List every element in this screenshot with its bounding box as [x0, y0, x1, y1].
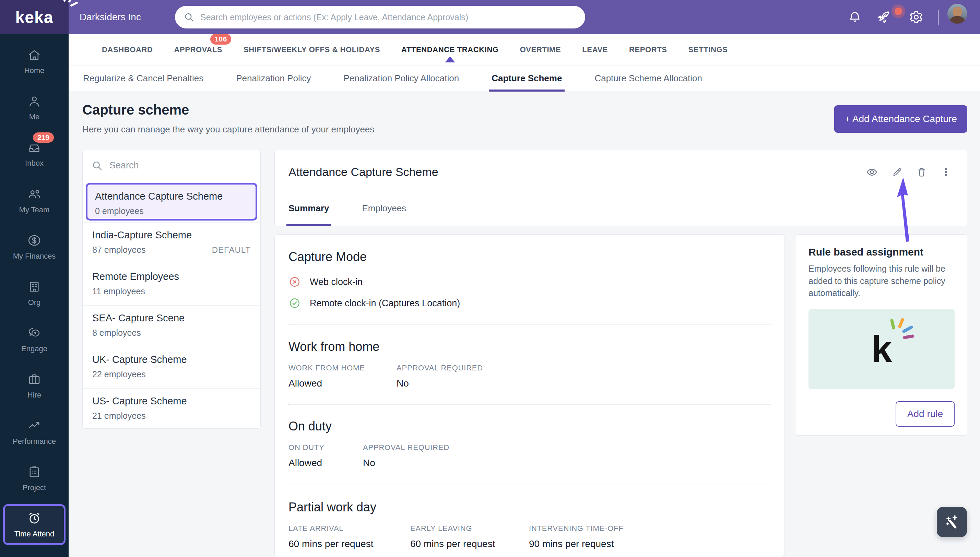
capture-scheme-list-panel: Attendance Capture Scheme 0 employees In… — [82, 150, 261, 429]
finance-dollar-icon — [27, 233, 42, 248]
settings-gear-icon[interactable] — [909, 0, 923, 34]
view-eye-icon[interactable] — [866, 166, 878, 178]
rail-item-my-team[interactable]: My Team — [0, 178, 68, 224]
attendance-sub-nav: Regularize & Cancel Penalties Penalizati… — [68, 65, 980, 91]
rail-item-time-attend[interactable]: Time Attend — [0, 502, 68, 548]
scheme-list-item-selected[interactable]: Attendance Capture Scheme 0 employees — [83, 181, 260, 223]
tab-employees[interactable]: Employees — [362, 203, 407, 226]
rail-label: Me — [29, 112, 40, 121]
delete-trash-icon[interactable] — [916, 167, 927, 178]
subtab-capture-scheme[interactable]: Capture Scheme — [492, 65, 562, 91]
add-rule-button[interactable]: Add rule — [895, 401, 955, 427]
scheme-employee-count: 87 employees — [92, 245, 146, 255]
scheme-list-item[interactable]: US- Capture Scheme 21 employees — [83, 389, 260, 430]
keka-logo-text: keka — [15, 8, 54, 27]
intervening-time-off-field: INTERVENING TIME-OFF 90 mins per request — [529, 524, 623, 549]
rail-label: Home — [24, 66, 45, 75]
rail-item-engage[interactable]: Engage — [0, 316, 68, 363]
on-duty-allowed-field: ON DUTY Allowed — [288, 443, 363, 469]
scheme-list-item[interactable]: UK- Capture Scheme 22 employees — [83, 347, 260, 389]
scheme-search-input[interactable] — [109, 160, 251, 171]
work-from-home-heading: Work from home — [288, 340, 771, 354]
rail-item-me[interactable]: Me — [0, 85, 68, 131]
tab-approvals[interactable]: APPROVALS 106 — [174, 45, 222, 54]
keka-logo[interactable]: keka — [0, 0, 68, 34]
scheme-list-item[interactable]: Remote Employees 11 employees — [83, 264, 260, 306]
keka-k-rays-icon — [889, 316, 918, 346]
scheme-list-item[interactable]: SEA- Capture Scene 8 employees — [83, 306, 260, 347]
scheme-name: US- Capture Scheme — [92, 396, 251, 407]
rail-item-performance[interactable]: Performance — [0, 409, 68, 455]
scheme-name: Remote Employees — [92, 271, 251, 282]
tab-overtime[interactable]: OVERTIME — [520, 45, 561, 54]
search-icon — [91, 160, 103, 171]
selected-item-highlight: Attendance Capture Scheme 0 employees — [86, 183, 257, 220]
rail-label: Org — [28, 298, 41, 307]
rail-label: Performance — [13, 437, 56, 446]
global-search-input[interactable] — [200, 12, 576, 22]
tab-shifts-weekly-offs-holidays[interactable]: SHIFTS/WEEKLY OFFS & HOLIDAYS — [244, 45, 380, 54]
rail-item-home[interactable]: Home — [0, 38, 68, 85]
scheme-search[interactable] — [83, 150, 260, 181]
notifications-bell-icon[interactable] — [848, 0, 862, 34]
edit-pencil-icon[interactable] — [892, 167, 902, 178]
subtab-regularize-cancel-penalties[interactable]: Regularize & Cancel Penalties — [83, 65, 203, 91]
scheme-name: UK- Capture Scheme — [92, 354, 251, 365]
subtab-penalization-policy-allocation[interactable]: Penalization Policy Allocation — [343, 65, 459, 91]
scheme-detail-header-card: Attendance Capture Scheme Summary Employ… — [274, 150, 967, 226]
search-icon — [184, 12, 194, 22]
subtab-penalization-policy[interactable]: Penalization Policy — [236, 65, 311, 91]
module-tab-bar: DASHBOARD APPROVALS 106 SHIFTS/WEEKLY OF… — [68, 34, 980, 65]
rail-item-inbox[interactable]: 219 Inbox — [0, 131, 68, 178]
capture-mode-heading: Capture Mode — [288, 250, 771, 264]
performance-trend-icon — [27, 419, 42, 433]
app-header: keka Darksiders Inc — [0, 0, 980, 34]
rail-item-project[interactable]: Project — [0, 455, 68, 502]
rail-label: Engage — [21, 344, 47, 353]
more-kebab-icon[interactable] — [941, 167, 951, 178]
rail-item-hire[interactable]: Hire — [0, 363, 68, 409]
tab-settings[interactable]: SETTINGS — [689, 45, 728, 54]
keka-k-logo: k — [871, 330, 892, 368]
tab-dashboard[interactable]: DASHBOARD — [102, 45, 153, 54]
rail-label: Time Attend — [15, 529, 55, 539]
subtab-capture-scheme-allocation[interactable]: Capture Scheme Allocation — [594, 65, 702, 91]
rule-illustration: k — [809, 309, 955, 389]
scheme-summary-card: Capture Mode Web clock-in Remote clock-i… — [274, 234, 785, 557]
home-icon — [28, 48, 41, 62]
section-divider — [288, 404, 771, 405]
rail-label: My Finances — [13, 252, 56, 261]
enabled-circle-check-icon — [288, 297, 301, 309]
page-subtitle: Here you can manage the way you capture … — [82, 124, 374, 135]
scheme-employee-count: 8 employees — [92, 328, 141, 338]
rule-based-assignment-card: Rule based assignment Employees followin… — [796, 234, 967, 436]
tab-attendance-tracking[interactable]: ATTENDANCE TRACKING — [401, 45, 499, 54]
magic-wand-fab[interactable] — [937, 507, 967, 537]
engage-chat-icon — [27, 326, 42, 340]
on-duty-heading: On duty — [288, 419, 771, 433]
add-attendance-capture-button[interactable]: + Add Attendance Capture — [834, 105, 967, 133]
header-divider — [938, 10, 939, 25]
scheme-employee-count: 0 employees — [95, 206, 144, 216]
hire-briefcase-icon — [27, 372, 42, 386]
global-search[interactable] — [175, 6, 585, 28]
scheme-employee-count: 22 employees — [92, 370, 146, 379]
tab-reports[interactable]: REPORTS — [629, 45, 667, 54]
keka-logo-rays-icon — [61, 0, 79, 10]
project-clipboard-icon — [27, 465, 42, 479]
whats-new-rocket-icon[interactable] — [877, 0, 892, 34]
rail-item-org[interactable]: Org — [0, 270, 68, 316]
tab-leave[interactable]: LEAVE — [582, 45, 608, 54]
disabled-circle-x-icon — [288, 276, 301, 288]
active-tab-caret — [445, 57, 455, 62]
user-avatar[interactable] — [947, 4, 967, 24]
rail-label: Project — [23, 483, 46, 492]
wfh-allowed-field: WORK FROM HOME Allowed — [288, 363, 397, 389]
rule-panel-description: Employees following this rule will be ad… — [809, 263, 955, 300]
rail-item-my-finances[interactable]: My Finances — [0, 224, 68, 270]
tab-summary[interactable]: Summary — [288, 203, 329, 226]
scheme-list-item[interactable]: India-Capture Scheme 87 employees DEFAUL… — [83, 223, 260, 264]
inbox-tray-icon — [28, 141, 41, 155]
rocket-notification-dot — [895, 8, 902, 15]
page-title: Capture scheme — [82, 102, 189, 118]
